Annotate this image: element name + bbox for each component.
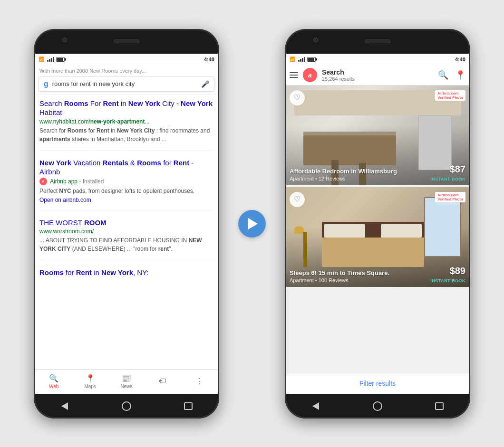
lamp-post bbox=[303, 232, 307, 267]
listing-2-meta: Apartment • 100 Reviews bbox=[290, 277, 465, 283]
truncated-top: With more than 2000 New Rooms every day.… bbox=[34, 65, 219, 74]
recents-button-left[interactable] bbox=[180, 400, 197, 412]
bedroom-window bbox=[424, 197, 461, 257]
mic-icon[interactable]: 🎤 bbox=[201, 80, 209, 88]
back-button-right[interactable] bbox=[307, 400, 324, 412]
back-button-left[interactable] bbox=[56, 400, 73, 412]
favorite-button-2[interactable]: ♡ bbox=[290, 192, 305, 207]
location-icon-right[interactable]: 📍 bbox=[455, 70, 465, 80]
home-icon-left bbox=[122, 401, 131, 411]
signal-bars-right bbox=[298, 57, 305, 62]
speaker-right bbox=[365, 39, 391, 43]
google-g-icon: g bbox=[44, 80, 48, 88]
search-icon-right[interactable]: 🔍 bbox=[438, 70, 448, 80]
airbnb-badge-1: Airbnb.comVerified Photo bbox=[435, 90, 465, 101]
recents-button-right[interactable] bbox=[431, 400, 448, 412]
listings-container: ♡ Airbnb.comVerified Photo Affordable Be… bbox=[285, 86, 470, 373]
listing-card-1[interactable]: ♡ Airbnb.comVerified Photo Affordable Be… bbox=[285, 86, 470, 185]
tab-web[interactable]: 🔍 Web bbox=[36, 374, 72, 389]
bed-pillow-1 bbox=[324, 224, 365, 238]
status-bar-left: 📶 4:40 bbox=[34, 54, 219, 65]
listing-2-image: ♡ Airbnb.comVerified Photo Sleeps 6! 15 … bbox=[285, 187, 470, 287]
phone-nav-right bbox=[285, 394, 470, 418]
tab-news-label: News bbox=[121, 384, 133, 389]
listing-2-type: Apartment bbox=[290, 277, 314, 283]
bed-blanket bbox=[322, 238, 424, 266]
result-3-url: www.worstroom.com/ bbox=[39, 228, 213, 235]
left-screen: With more than 2000 New Rooms every day.… bbox=[34, 65, 219, 394]
result-2-desc: Perfect NYC pads, from designer lofts to… bbox=[39, 187, 213, 195]
phone-nav-left bbox=[34, 394, 219, 418]
right-phone: 📶 4:40 a Search 25,264 results 🔍 📍 bbox=[285, 29, 470, 418]
airbnb-logo-icon: a bbox=[303, 68, 317, 82]
kitchen-counter bbox=[303, 135, 396, 165]
battery-icon-right bbox=[307, 57, 316, 62]
phone-top-bar-left bbox=[34, 29, 219, 54]
listing-1-type: Apartment bbox=[290, 176, 314, 181]
result-2-url: Airbnb app - Installed bbox=[50, 178, 104, 185]
favorite-button-1[interactable]: ♡ bbox=[290, 90, 305, 105]
hamburger-icon[interactable] bbox=[290, 72, 298, 78]
bed-frame bbox=[322, 222, 424, 267]
back-arrow-icon-left bbox=[61, 402, 68, 410]
home-button-left[interactable] bbox=[118, 400, 135, 412]
wifi-icon-right: 📶 bbox=[290, 57, 295, 62]
wifi-icon-left: 📶 bbox=[39, 57, 44, 62]
listing-2-name: Sleeps 6! 15 min to Times Square. bbox=[290, 269, 465, 276]
app-row: a Airbnb app - Installed bbox=[39, 178, 213, 185]
result-1-title: Search Rooms For Rent in New York City -… bbox=[39, 99, 213, 117]
search-tab-icon: 🔍 bbox=[49, 374, 58, 383]
tab-news[interactable]: 📰 News bbox=[108, 374, 145, 389]
time-left: 4:40 bbox=[204, 57, 214, 62]
listing-1-image: ♡ Airbnb.comVerified Photo Affordable Be… bbox=[285, 86, 470, 185]
right-screen: a Search 25,264 results 🔍 📍 bbox=[285, 65, 470, 394]
status-bar-right: 📶 4:40 bbox=[285, 54, 470, 65]
tag-tab-icon: 🏷 bbox=[159, 377, 166, 385]
listing-card-2[interactable]: ♡ Airbnb.comVerified Photo Sleeps 6! 15 … bbox=[285, 187, 470, 287]
airbnb-header: a Search 25,264 results 🔍 📍 bbox=[285, 65, 470, 86]
listing-1-meta: Apartment • 12 Reviews bbox=[290, 176, 465, 181]
search-result-2[interactable]: New York Vacation Rentals & Rooms for Re… bbox=[39, 158, 213, 210]
filter-results-button[interactable]: Filter results bbox=[285, 373, 470, 394]
home-button-right[interactable] bbox=[369, 400, 386, 412]
battery-icon-left bbox=[56, 57, 65, 62]
airbnb-badge-2: Airbnb.comVerified Photo bbox=[435, 192, 465, 202]
airbnb-header-icons: 🔍 📍 bbox=[438, 70, 465, 80]
time-right: 4:40 bbox=[455, 57, 465, 62]
listing-2-info: Sleeps 6! 15 min to Times Square. Apartm… bbox=[285, 266, 470, 287]
result-2-title: New York Vacation Rentals & Rooms for Re… bbox=[39, 158, 213, 177]
search-result-4[interactable]: Rooms for Rent in New York, NY: bbox=[39, 268, 213, 285]
arrow-right-icon bbox=[248, 218, 258, 229]
listing-2-reviews: 100 Reviews bbox=[319, 277, 349, 283]
maps-tab-icon: 📍 bbox=[86, 374, 95, 383]
airbnb-search-title: Search bbox=[322, 68, 433, 76]
listing-1-name: Affordable Bedroom in Williamsburg bbox=[290, 168, 465, 175]
speaker-left bbox=[114, 39, 140, 43]
result-1-desc: Search for Rooms for Rent in New York Ci… bbox=[39, 126, 213, 143]
home-icon-right bbox=[373, 401, 382, 411]
result-2-link[interactable]: Open on airbnb.com bbox=[39, 197, 213, 203]
tab-more[interactable]: ⋮ bbox=[181, 377, 217, 387]
search-results: Search Rooms For Rent in New York City -… bbox=[34, 95, 219, 369]
transition-arrow bbox=[238, 210, 266, 238]
tab-web-label: Web bbox=[49, 384, 58, 389]
more-tab-icon: ⋮ bbox=[195, 377, 203, 386]
phone-top-bar-right bbox=[285, 29, 470, 54]
tab-maps[interactable]: 📍 Maps bbox=[72, 374, 108, 389]
search-result-3[interactable]: THE WORST ROOM www.worstroom.com/ ... AB… bbox=[39, 218, 213, 261]
search-input[interactable] bbox=[52, 80, 201, 87]
back-arrow-icon-right bbox=[312, 402, 319, 410]
recents-icon-right bbox=[435, 402, 444, 410]
airbnb-header-text: Search 25,264 results bbox=[322, 68, 433, 82]
search-result-1[interactable]: Search Rooms For Rent in New York City -… bbox=[39, 99, 213, 151]
search-bar[interactable]: g 🎤 bbox=[39, 76, 214, 92]
tab-tag[interactable]: 🏷 bbox=[145, 377, 181, 386]
news-tab-icon: 📰 bbox=[122, 374, 131, 383]
status-icons-right bbox=[298, 57, 316, 62]
search-bar-container: g 🎤 bbox=[34, 74, 219, 95]
airbnb-results-count: 25,264 results bbox=[322, 76, 433, 82]
front-camera-right bbox=[313, 38, 318, 42]
result-1-url: www.nyhabitat.com/new-york-apartment... bbox=[39, 118, 213, 125]
airbnb-small-icon: a bbox=[39, 178, 47, 185]
result-3-title: THE WORST ROOM bbox=[39, 218, 213, 228]
